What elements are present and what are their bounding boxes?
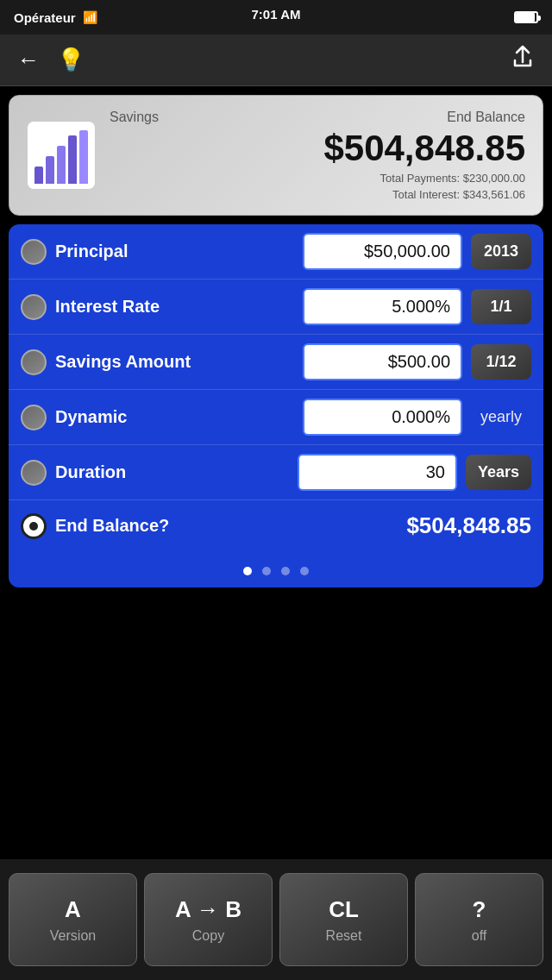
bottom-btn-sub-off: off (472, 928, 487, 944)
principal-label: Principal (55, 242, 294, 261)
row-savings-amount: Savings Amount1/12 (9, 335, 543, 390)
duration-button[interactable]: Years (466, 455, 531, 490)
bottom-btn-reset[interactable]: CLReset (279, 873, 408, 966)
bottom-btn-sub-copy: Copy (192, 928, 224, 944)
wifi-icon: 📶 (83, 10, 97, 24)
total-payments: Total Payments: $230,000.00 (110, 172, 525, 185)
back-button[interactable]: ← (17, 47, 40, 73)
battery-icon (514, 11, 538, 23)
main-panel: Principal2013Interest Rate1/1Savings Amo… (9, 224, 543, 587)
principal-input[interactable] (303, 233, 462, 270)
status-bar: Opérateur 📶 7:01 AM (0, 0, 552, 35)
bottom-btn-version[interactable]: AVersion (9, 873, 137, 966)
end-balance-value: $504,848.85 (298, 512, 531, 539)
dynamic-label: Dynamic (55, 407, 294, 427)
nav-bar: ← 💡 (0, 35, 552, 86)
savings-amount-button[interactable]: 1/12 (471, 344, 531, 380)
chart-bar (79, 130, 88, 184)
bulb-button[interactable]: 💡 (57, 47, 85, 73)
bottom-bar: AVersionA → BCopyCLReset?off (0, 859, 552, 980)
savings-amount-radio[interactable] (21, 349, 47, 375)
end-balance-label: End Balance? (55, 516, 289, 536)
interest-rate-radio[interactable] (21, 294, 47, 320)
chart-thumbnail[interactable] (27, 121, 96, 190)
row-interest-rate: Interest Rate1/1 (9, 280, 543, 335)
savings-label: Savings (110, 110, 159, 125)
interest-rate-label: Interest Rate (55, 297, 294, 317)
total-interest: Total Interest: $343,561.06 (110, 188, 525, 201)
savings-amount-input[interactable] (303, 343, 462, 380)
duration-label: Duration (55, 462, 289, 482)
interest-rate-button[interactable]: 1/1 (471, 289, 531, 324)
chart-bar (34, 166, 43, 184)
end-balance-radio[interactable] (21, 513, 47, 539)
summary-card: Savings End Balance $504,848.85 Total Pa… (9, 95, 543, 216)
chart-bar (68, 135, 77, 184)
duration-radio[interactable] (21, 460, 47, 486)
principal-radio[interactable] (21, 239, 47, 265)
bottom-btn-main-reset: CL (329, 896, 359, 923)
row-dynamic: Dynamicyearly (9, 390, 543, 445)
chart-bar (57, 146, 66, 184)
bottom-btn-copy[interactable]: A → BCopy (144, 873, 273, 966)
page-dot-2[interactable] (281, 567, 290, 575)
page-dot-3[interactable] (300, 567, 309, 575)
row-principal: Principal2013 (9, 224, 543, 280)
bottom-btn-sub-version: Version (50, 928, 96, 944)
dynamic-radio[interactable] (21, 405, 47, 430)
bottom-btn-sub-reset: Reset (326, 928, 362, 944)
interest-rate-input[interactable] (303, 288, 462, 325)
bottom-btn-off[interactable]: ?off (415, 873, 543, 966)
share-button[interactable] (511, 45, 535, 75)
bottom-btn-main-off: ? (473, 896, 486, 923)
chart-bar (46, 156, 54, 184)
balance-label: End Balance (447, 110, 525, 125)
page-dots (9, 551, 543, 587)
bottom-btn-main-version: A (65, 896, 81, 923)
savings-amount-label: Savings Amount (55, 352, 294, 372)
page-dot-0[interactable] (243, 567, 252, 575)
duration-input[interactable] (298, 454, 457, 491)
dynamic-side-text: yearly (471, 408, 531, 426)
end-balance-row: End Balance? $504,848.85 (9, 500, 543, 551)
bottom-btn-main-copy: A → B (175, 896, 242, 923)
summary-amount: $504,848.85 (110, 129, 525, 168)
carrier-label: Opérateur (14, 10, 76, 25)
dynamic-input[interactable] (303, 399, 462, 436)
principal-button[interactable]: 2013 (471, 234, 531, 269)
time-label: 7:01 AM (252, 7, 301, 22)
row-duration: DurationYears (9, 445, 543, 500)
page-dot-1[interactable] (262, 567, 271, 575)
